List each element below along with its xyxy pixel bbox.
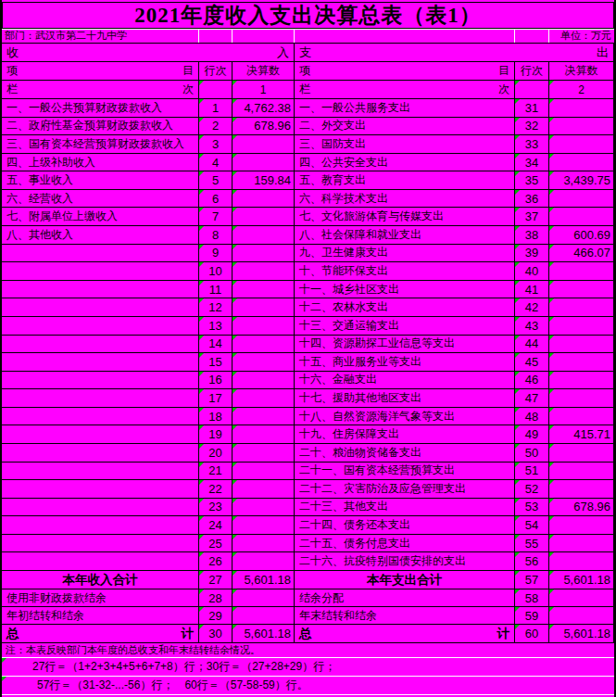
expense-row-label: 十一、城乡社区支出 <box>295 281 515 299</box>
income-row-label <box>2 353 199 372</box>
income-row-label <box>2 535 199 553</box>
green-corner-marker-icon <box>549 589 554 594</box>
expense-row-label: 十五、商业服务业等支出 <box>295 353 515 372</box>
green-corner-marker-icon <box>515 226 520 231</box>
green-corner-marker-icon <box>549 480 554 485</box>
income-row-line: 2 <box>199 118 233 136</box>
green-corner-marker-icon <box>515 607 520 612</box>
green-corner-marker-icon <box>199 226 204 231</box>
expense-row-line: 41 <box>515 281 549 299</box>
green-corner-marker-icon <box>515 154 520 158</box>
expense-row-value <box>549 135 614 154</box>
expense-row-label: 二十五、债务付息支出 <box>295 535 515 553</box>
expense-row-label: 十七、援助其他地区支出 <box>295 389 515 408</box>
income-amount-header: 决算数 <box>233 62 295 81</box>
expense-row-label: 十八、自然资源海洋气象等支出 <box>295 408 515 426</box>
green-corner-marker-icon <box>233 262 237 267</box>
green-corner-marker-icon <box>199 317 204 322</box>
expense-grand-total-label-last: 计 <box>497 626 510 642</box>
income-row-line: 15 <box>199 353 233 372</box>
green-corner-marker-icon <box>199 99 204 104</box>
green-corner-marker-icon <box>233 516 237 521</box>
income-row-label <box>2 372 199 390</box>
green-corner-marker-icon <box>199 425 204 430</box>
income-summary-value: 5,601.18 <box>233 571 295 589</box>
expense-amount-header: 决算数 <box>549 62 614 81</box>
income-row-value <box>233 298 295 317</box>
expense-row-label: 七、文化旅游体育与传媒支出 <box>295 208 515 226</box>
green-corner-marker-icon <box>549 389 554 394</box>
income-row-label <box>2 389 199 408</box>
green-corner-marker-icon <box>233 625 237 629</box>
income-row-value <box>233 353 295 372</box>
expense-item-header-first: 项 <box>299 63 310 79</box>
income-row-label: 六、经营收入 <box>2 190 199 209</box>
expense-summary-label: 本年支出合计 <box>295 571 515 589</box>
green-corner-marker-icon <box>233 298 237 303</box>
green-corner-marker-icon <box>233 389 237 394</box>
expense-row-line: 32 <box>515 118 549 136</box>
income-row-value <box>233 408 295 426</box>
income-row-line: 10 <box>199 262 233 281</box>
expense-row-line: 43 <box>515 317 549 336</box>
expense-row-label: 二十六、抗疫特别国债安排的支出 <box>295 552 515 571</box>
income-row-line: 14 <box>199 336 233 354</box>
income-row-label: 三、国有资本经营预算财政拨款收入 <box>2 135 199 154</box>
expense-row-value <box>549 516 614 535</box>
expense-row-line: 38 <box>515 226 549 245</box>
expense-row-line: 49 <box>515 425 549 444</box>
green-corner-marker-icon <box>199 444 204 449</box>
income-section-right: 入 <box>277 44 289 61</box>
green-corner-marker-icon <box>549 516 554 521</box>
green-corner-marker-icon <box>199 281 204 285</box>
expense-row-value <box>549 281 614 299</box>
green-corner-marker-icon <box>199 118 204 122</box>
dept-label: 部门：武汉市第二十九中学 <box>2 30 199 43</box>
green-corner-marker-icon <box>199 552 204 557</box>
expense-lanci-line-cell <box>515 81 549 99</box>
green-corner-marker-icon <box>549 154 554 158</box>
income-summary-line: 28 <box>199 589 233 607</box>
green-corner-marker-icon <box>233 535 237 539</box>
expense-row-line: 56 <box>515 552 549 571</box>
expense-row-line: 51 <box>515 463 549 481</box>
income-row-line: 9 <box>199 245 233 263</box>
green-corner-marker-icon <box>233 552 237 557</box>
income-summary-line: 29 <box>199 607 233 625</box>
income-row-line: 8 <box>199 226 233 245</box>
green-corner-marker-icon <box>233 499 237 503</box>
expense-summary-line: 60 <box>515 625 549 643</box>
green-corner-marker-icon <box>233 317 237 322</box>
expense-row-line: 55 <box>515 535 549 553</box>
green-corner-marker-icon <box>515 480 520 485</box>
green-corner-marker-icon <box>199 499 204 503</box>
income-row-label <box>2 552 199 571</box>
expense-row-line: 46 <box>515 372 549 390</box>
income-row-value <box>233 389 295 408</box>
expense-row-value <box>549 444 614 463</box>
income-row-value <box>233 281 295 299</box>
report-page: 2021年度收入支出决算总表（表1） 部门：武汉市第二十九中学 单位：万元 收 … <box>0 0 616 697</box>
income-row-line: 17 <box>199 389 233 408</box>
income-row-value <box>233 372 295 390</box>
income-row-label: 五、事业收入 <box>2 171 199 190</box>
green-corner-marker-icon <box>549 463 554 467</box>
income-row-label <box>2 317 199 336</box>
expense-row-label: 二、外交支出 <box>295 118 515 136</box>
income-row-line: 23 <box>199 499 233 517</box>
income-row-label: 七、附属单位上缴收入 <box>2 208 199 226</box>
income-lanci-first: 栏 <box>6 82 18 97</box>
green-corner-marker-icon <box>515 535 520 539</box>
green-corner-marker-icon <box>515 336 520 340</box>
income-line-no-header: 行次 <box>199 62 233 81</box>
income-row-value <box>233 425 295 444</box>
expense-row-value <box>549 372 614 390</box>
expense-row-value: 600.69 <box>549 226 614 245</box>
green-corner-marker-icon <box>199 298 204 303</box>
expense-row-label: 一、一般公共服务支出 <box>295 99 515 118</box>
green-corner-marker-icon <box>515 353 520 358</box>
income-row-value <box>233 516 295 535</box>
expense-row-value <box>549 262 614 281</box>
expense-row-value: 678.96 <box>549 499 614 517</box>
expense-row-value <box>549 552 614 571</box>
